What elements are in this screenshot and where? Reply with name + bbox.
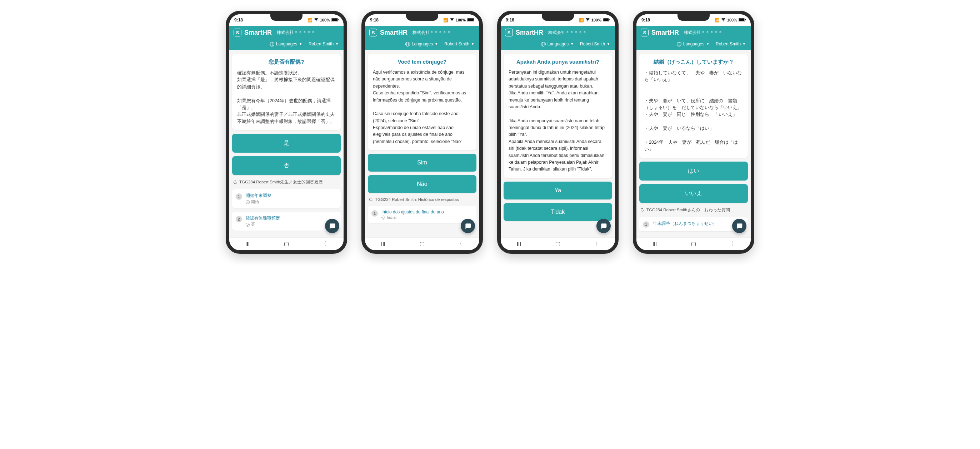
nav-recent-button[interactable] <box>653 242 659 246</box>
yes-button[interactable]: はい <box>639 161 748 181</box>
question-body: ・結婚していなくて、 夫や 妻が いないなら「いいえ」 ・夫や 妻が いて、役所… <box>644 70 743 153</box>
nav-back-button[interactable]: 〈 <box>729 240 733 248</box>
nav-back-button[interactable]: 〈 <box>458 240 462 248</box>
language-selector[interactable]: Languages ▼ <box>270 42 302 46</box>
nav-home-button[interactable] <box>284 242 289 246</box>
question-body: Aqui verificamos a existência de cônjuge… <box>373 69 471 145</box>
phone-notch <box>270 14 302 21</box>
globe-icon <box>270 42 274 46</box>
brand-name: SmartHR <box>380 29 407 37</box>
user-menu[interactable]: Robert Smith ▼ <box>580 42 610 46</box>
question-title: Apakah Anda punya suami/istri? <box>509 59 607 65</box>
history-label: TGG234 Robert Smith先生／女士的回答履歷 <box>239 179 323 185</box>
nav-recent-button[interactable] <box>246 242 251 246</box>
logo-icon: S <box>234 29 242 37</box>
no-button[interactable]: Não <box>368 175 476 193</box>
status-time: 9:18 <box>641 18 650 22</box>
battery-text: 100% <box>320 18 330 22</box>
android-nav-bar: 〈 <box>229 237 344 250</box>
history-header: TGG234 Robert Smith先生／女士的回答履歷 <box>232 179 341 185</box>
svg-rect-1 <box>332 18 337 21</box>
history-item[interactable]: 1 Início dos ajustes de final de ano Ini… <box>368 206 476 223</box>
question-card: Apakah Anda punya suami/istri? Pertanyaa… <box>504 54 612 178</box>
brand-name: SmartHR <box>516 29 543 37</box>
nav-home-button[interactable] <box>691 242 696 246</box>
history-item[interactable]: 1 年末調整（ねんまつちょうせい） <box>639 217 748 231</box>
history-item[interactable]: 2 確認有無離職預定 否 <box>232 212 341 230</box>
wifi-icon <box>585 18 590 22</box>
status-time: 9:18 <box>234 18 243 22</box>
history-item-title: 確認有無離職預定 <box>246 215 337 221</box>
history-item[interactable]: 1 開始年末調整 開始 <box>232 189 341 208</box>
chevron-down-icon: ▼ <box>299 42 302 46</box>
wifi-icon <box>450 18 454 22</box>
phone-notch <box>542 14 574 21</box>
yes-button[interactable]: Ya <box>504 182 612 200</box>
nav-back-button[interactable]: 〈 <box>322 240 326 248</box>
user-name: Robert Smith <box>716 42 741 46</box>
status-time: 9:18 <box>506 18 514 22</box>
globe-icon <box>541 42 546 46</box>
question-title: Você tem cônjuge? <box>373 59 471 65</box>
company-name: 株式会社＊＊＊＊＊ <box>548 30 587 36</box>
status-icons: 📶 100% <box>714 18 746 22</box>
svg-rect-7 <box>603 18 609 21</box>
history-header: TGG234 Robert Smith: Histórico de respos… <box>368 197 476 202</box>
svg-rect-2 <box>338 19 339 21</box>
chat-icon <box>329 222 336 230</box>
signal-icon: 📶 <box>579 18 584 22</box>
language-selector[interactable]: Languages ▼ <box>541 42 574 46</box>
question-card: 您是否有配偶? 確認有無配偶。不論扶養狀況。 如果選擇「是」，將根據接下來的問題… <box>232 54 341 130</box>
battery-icon <box>331 18 339 22</box>
company-name: 株式会社＊＊＊＊＊ <box>277 30 315 36</box>
svg-rect-8 <box>609 19 610 21</box>
chat-button[interactable] <box>325 219 339 233</box>
battery-text: 100% <box>727 18 737 22</box>
svg-rect-11 <box>745 19 746 21</box>
language-selector[interactable]: Languages ▼ <box>677 42 709 46</box>
globe-icon <box>406 42 410 46</box>
user-menu[interactable]: Robert Smith ▼ <box>444 42 474 46</box>
content-area: Apakah Anda punya suami/istri? Pertanyaa… <box>501 50 615 237</box>
logo-icon: S <box>369 29 377 37</box>
chevron-down-icon: ▼ <box>570 42 574 46</box>
phone-mockup: 9:18 📶 100% S SmartHR 株式会社＊＊＊＊＊ Language… <box>361 11 483 254</box>
history-item-title: 開始年末調整 <box>246 193 337 199</box>
history-number: 1 <box>643 221 649 228</box>
no-button[interactable]: Tidak <box>504 203 612 221</box>
nav-home-button[interactable] <box>556 242 560 246</box>
android-nav-bar: 〈 <box>636 237 751 250</box>
globe-icon <box>677 42 681 46</box>
question-card: 結婚（けっこん）していますか？ ・結婚していなくて、 夫や 妻が いないなら「い… <box>639 54 748 158</box>
yes-button[interactable]: 是 <box>232 134 341 153</box>
app-header: S SmartHR 株式会社＊＊＊＊＊ Languages ▼ Robert S… <box>365 26 479 50</box>
yes-button[interactable]: Sim <box>368 154 476 172</box>
nav-home-button[interactable] <box>420 242 424 246</box>
brand-name: SmartHR <box>651 29 679 37</box>
nav-recent-button[interactable] <box>517 242 523 246</box>
chat-button[interactable] <box>597 219 611 233</box>
chevron-down-icon: ▼ <box>471 42 474 46</box>
chevron-down-icon: ▼ <box>607 42 610 46</box>
user-menu[interactable]: Robert Smith ▼ <box>716 42 746 46</box>
app-header: S SmartHR 株式会社＊＊＊＊＊ Languages ▼ Robert S… <box>636 26 751 50</box>
no-button[interactable]: 否 <box>232 156 341 175</box>
history-label: TGG234 Robert Smithさんの おわった質問 <box>646 207 730 213</box>
app-header: S SmartHR 株式会社＊＊＊＊＊ Languages ▼ Robert S… <box>501 26 615 50</box>
question-body: Pertanyaan ini digunakan untuk mengetahu… <box>509 69 607 173</box>
no-button[interactable]: いいえ <box>639 184 748 203</box>
app-header: S SmartHR 株式会社＊＊＊＊＊ Languages ▼ Robert S… <box>229 26 344 50</box>
svg-rect-10 <box>739 18 744 21</box>
nav-recent-button[interactable] <box>382 242 387 246</box>
nav-back-button[interactable]: 〈 <box>593 240 598 248</box>
history-item-title: Início dos ajustes de final de ano <box>382 209 473 214</box>
languages-label: Languages <box>276 42 297 46</box>
company-name: 株式会社＊＊＊＊＊ <box>684 30 722 36</box>
history-icon <box>233 180 237 184</box>
language-selector[interactable]: Languages ▼ <box>406 42 438 46</box>
chat-button[interactable] <box>732 219 746 233</box>
phone-mockup: 9:18 📶 100% S SmartHR 株式会社＊＊＊＊＊ Language… <box>633 11 754 254</box>
user-menu[interactable]: Robert Smith ▼ <box>309 42 339 46</box>
chat-button[interactable] <box>461 219 475 233</box>
history-label: TGG234 Robert Smith: Histórico de respos… <box>375 197 459 201</box>
